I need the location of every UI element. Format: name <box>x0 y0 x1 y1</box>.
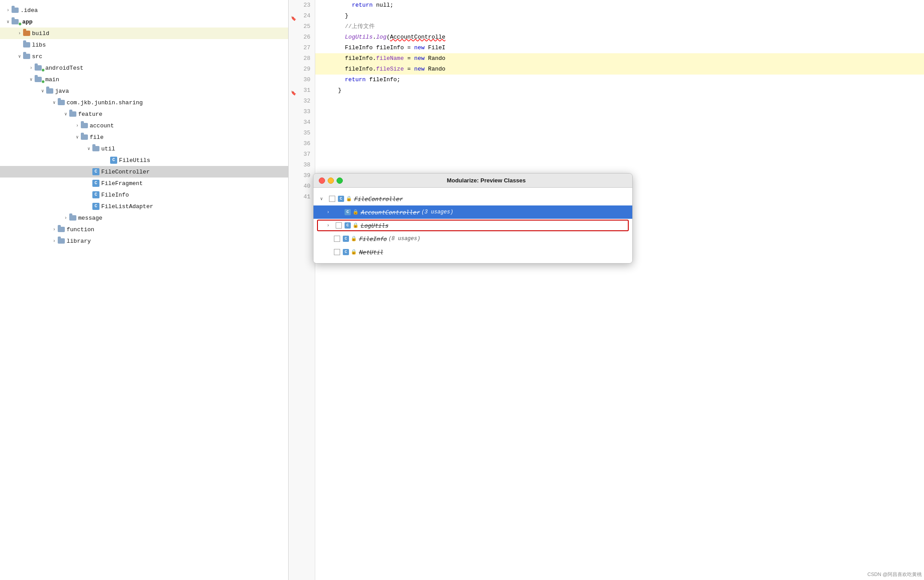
folder-icon <box>81 123 88 128</box>
tree-item-main[interactable]: ∨ main <box>0 74 288 85</box>
folder-icon <box>58 238 65 244</box>
line-number-35: 35 <box>289 128 315 138</box>
arrow-icon: › <box>28 66 35 71</box>
green-dot-icon <box>41 68 45 72</box>
code-content: return null; } //上传文件 LogUtils.log(Accou… <box>315 0 924 580</box>
keyword-return: return <box>345 76 366 83</box>
line-number-23: 23 <box>289 0 315 11</box>
tree-item-message[interactable]: › message <box>0 212 288 224</box>
tree-item-src[interactable]: ∨ src <box>0 51 288 62</box>
line-number-33: 33 <box>289 107 315 117</box>
overlay-label-fileinfo: FileInfo <box>359 236 387 242</box>
class-icon: C <box>343 249 349 255</box>
overlay-item-netutil[interactable]: C 🔒 NetUtil <box>313 245 632 259</box>
item-label: main <box>45 76 59 83</box>
folder-icon <box>92 146 99 151</box>
field-filesize: fileSize <box>376 66 404 72</box>
folder-icon <box>12 19 20 25</box>
code-comment: //上传文件 <box>345 23 375 30</box>
overlay-item-logutils[interactable]: › C 🔒 LogUtils <box>313 219 632 232</box>
class-icon: C <box>345 209 351 215</box>
tree-item-build[interactable]: › build <box>0 28 288 39</box>
item-label: libs <box>32 42 46 48</box>
tree-item-app[interactable]: ∨ app <box>0 16 288 28</box>
code-line-25: //上传文件 <box>315 21 924 32</box>
tree-item-filefragment[interactable]: › C FileFragment <box>0 178 288 189</box>
overlay-item-fileinfo[interactable]: C 🔒 FileInfo (8 usages) <box>313 232 632 245</box>
line-number-37: 37 <box>289 149 315 160</box>
tree-item-com-jkb[interactable]: ∨ com.jkb.junbin.sharing <box>0 97 288 108</box>
folder-icon <box>58 227 65 232</box>
tree-item-feature[interactable]: ∨ feature <box>0 108 288 120</box>
window-close-button[interactable] <box>319 178 325 184</box>
arrow-icon: ∨ <box>28 77 35 82</box>
expand-arrow-icon: › <box>327 223 329 228</box>
tree-item-library[interactable]: › library <box>0 235 288 247</box>
folder-icon <box>69 111 76 117</box>
tree-item-file[interactable]: ∨ file <box>0 131 288 143</box>
overlay-title: Modularize: Preview Classes <box>345 177 627 184</box>
tree-item-filelistadapter[interactable]: › C FileListAdapter <box>0 201 288 212</box>
overlay-label-filecontroller: FileController <box>354 196 403 202</box>
checkbox-accountcontroller[interactable] <box>336 209 342 215</box>
keyword-return: return <box>352 2 373 8</box>
item-label: java <box>55 88 69 95</box>
tree-item-androidtest[interactable]: › androidTest <box>0 62 288 74</box>
checkbox-filecontroller[interactable] <box>329 196 335 202</box>
arrow-icon: ∨ <box>74 134 81 140</box>
window-maximize-button[interactable] <box>337 178 343 184</box>
lock-icon: 🔒 <box>353 209 359 215</box>
line-number-32: 32 <box>289 96 315 107</box>
class-icon: C <box>343 236 349 242</box>
tree-item-java[interactable]: ∨ java <box>0 85 288 97</box>
overlay-titlebar: Modularize: Preview Classes <box>313 174 632 188</box>
tree-item-idea[interactable]: › .idea <box>0 4 288 16</box>
code-line-23: return null; <box>315 0 924 11</box>
tree-item-fileutils[interactable]: › C FileUtils <box>0 154 288 166</box>
item-label: app <box>22 19 32 25</box>
item-label: function <box>67 226 94 233</box>
tree-item-util[interactable]: ∨ util <box>0 143 288 154</box>
arrow-icon: › <box>51 227 58 232</box>
bookmark-icon: 🔖 <box>291 14 295 18</box>
line-number-41: 41 <box>289 192 315 202</box>
item-label: FileController <box>101 169 150 175</box>
arrow-icon: ∨ <box>85 146 92 151</box>
tree-item-account[interactable]: › account <box>0 120 288 131</box>
folder-icon <box>35 76 44 83</box>
code-line-33 <box>315 107 924 117</box>
line-number-38: 38 <box>289 160 315 170</box>
lock-icon: 🔒 <box>346 196 352 202</box>
overlay-label-netutil: NetUtil <box>359 249 383 256</box>
line-number-25: 25 <box>289 21 315 32</box>
folder-icon <box>69 215 76 221</box>
code-line-34 <box>315 117 924 128</box>
code-line-31: } <box>315 85 924 96</box>
overlay-item-filecontroller[interactable]: ∨ C 🔒 FileController <box>313 192 632 205</box>
tree-item-libs[interactable]: › libs <box>0 39 288 51</box>
item-label: util <box>101 146 115 152</box>
tree-item-fileinfo[interactable]: › C FileInfo <box>0 189 288 201</box>
checkbox-logutils[interactable] <box>336 222 342 229</box>
tree-item-filecontroller[interactable]: › C FileController <box>0 166 288 178</box>
class-icon: C <box>92 203 99 210</box>
checkbox-fileinfo[interactable] <box>334 236 340 242</box>
class-icon: C <box>345 222 351 229</box>
item-label: FileUtils <box>119 157 150 164</box>
tree-item-function[interactable]: › function <box>0 224 288 235</box>
folder-orange-icon <box>23 31 30 36</box>
field-filename: fileName <box>376 55 404 62</box>
lock-icon: 🔒 <box>353 222 359 229</box>
arrow-icon: › <box>51 239 58 244</box>
arrow-icon: › <box>4 8 12 13</box>
code-line-30: return fileInfo; <box>315 75 924 85</box>
folder-icon <box>81 134 88 140</box>
arrow-icon: ∨ <box>4 19 12 24</box>
window-minimize-button[interactable] <box>328 178 334 184</box>
checkbox-netutil[interactable] <box>334 249 340 255</box>
folder-icon <box>35 65 44 71</box>
modularize-overlay: Modularize: Preview Classes ∨ C 🔒 FileCo… <box>313 173 633 264</box>
item-label: message <box>78 215 103 221</box>
code-line-26: LogUtils.log(AccountControlle <box>315 32 924 43</box>
overlay-item-accountcontroller[interactable]: › C 🔒 AccountController (3 usages) <box>313 205 632 219</box>
